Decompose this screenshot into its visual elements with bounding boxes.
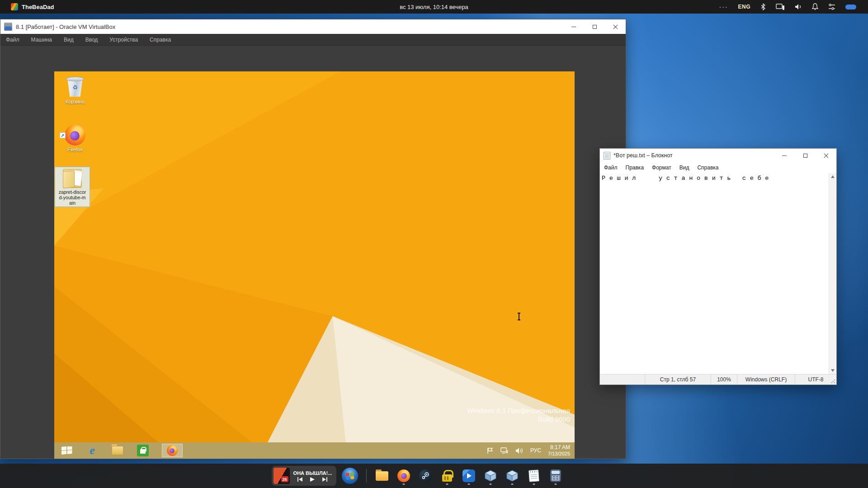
- next-track-icon[interactable]: [322, 477, 327, 482]
- more-icon[interactable]: ···: [719, 3, 728, 10]
- lock-icon: [442, 474, 452, 482]
- minimize-button[interactable]: [774, 149, 795, 162]
- running-indicator: [468, 483, 470, 485]
- guest-file-explorer-icon[interactable]: [111, 444, 124, 457]
- password-lock-button[interactable]: [438, 466, 456, 486]
- top-bar-clock[interactable]: вс 13 июля, 10:14 вечера: [289, 4, 579, 10]
- media-player-button[interactable]: [460, 466, 478, 486]
- windows-flag-icon: [346, 472, 354, 480]
- close-button[interactable]: [605, 19, 626, 34]
- menu-file[interactable]: Файл: [600, 164, 622, 171]
- cast-icon[interactable]: [776, 4, 785, 10]
- minimize-icon: [782, 155, 787, 156]
- notepad-button[interactable]: [525, 466, 543, 486]
- battery-icon[interactable]: [845, 5, 856, 9]
- close-icon: [824, 153, 829, 158]
- network-icon[interactable]: [500, 447, 509, 454]
- guest-wallpaper: ♻ Корзина ➚ Firefox zapret-d: [54, 71, 575, 442]
- menu-format[interactable]: Формат: [648, 164, 675, 171]
- zapret-folder-icon[interactable]: zapret-discor d-youtube-m ain: [55, 167, 90, 206]
- virtualbox-icon: [506, 469, 519, 482]
- running-indicator: [403, 483, 405, 485]
- guest-tray: РУС 8:17 AM 7/13/2025: [486, 444, 575, 457]
- quick-settings-icon[interactable]: [828, 4, 835, 10]
- media-player-icon: [462, 469, 475, 482]
- recycle-bin-icon[interactable]: ♻ Корзина: [59, 77, 91, 104]
- start-button[interactable]: [342, 468, 358, 484]
- guest-language-indicator[interactable]: РУС: [530, 447, 541, 454]
- encoding: UTF-8: [795, 375, 836, 385]
- maximize-icon: [803, 154, 807, 158]
- maximize-button[interactable]: [795, 149, 816, 162]
- media-control-widget[interactable]: 25 ОНА ВЫШЛА!...: [272, 466, 337, 486]
- taskbar-separator: [366, 469, 367, 483]
- notepad-icon: [528, 469, 539, 482]
- action-center-flag-icon[interactable]: [486, 447, 494, 454]
- firefox-shortcut-icon[interactable]: ➚ Firefox: [59, 125, 91, 152]
- virtualbox-title-bar[interactable]: 8.1 [Работает] - Oracle VM VirtualBox: [0, 19, 626, 34]
- close-button[interactable]: [816, 149, 836, 162]
- vm-os-icon: [4, 23, 12, 31]
- menu-input[interactable]: Ввод: [85, 37, 98, 43]
- menu-file[interactable]: Файл: [6, 37, 19, 43]
- running-indicator: [490, 483, 492, 485]
- top-bar-tray: ··· ENG: [579, 3, 868, 10]
- notepad-window: *Вот реш.txt – Блокнот Файл Правка Форма…: [599, 148, 837, 385]
- file-explorer-button[interactable]: [373, 466, 391, 486]
- running-indicator: [533, 483, 535, 485]
- running-indicator: [511, 483, 514, 485]
- maximize-button[interactable]: [584, 19, 605, 34]
- notepad-app-icon: [604, 152, 610, 160]
- menu-machine[interactable]: Машина: [31, 37, 52, 43]
- maximize-icon: [593, 25, 597, 29]
- guest-volume-icon[interactable]: [515, 447, 524, 454]
- close-icon: [613, 24, 618, 29]
- virtualbox-button[interactable]: [481, 466, 500, 486]
- mouse-ibeam-cursor: [519, 313, 519, 320]
- guest-screen[interactable]: ♻ Корзина ➚ Firefox zapret-d: [54, 71, 575, 459]
- bluetooth-icon[interactable]: [760, 3, 766, 10]
- bell-icon[interactable]: [812, 3, 818, 10]
- guest-start-button[interactable]: [61, 444, 73, 457]
- zoom-level: 100%: [711, 375, 737, 385]
- streamer-brand: TheBeaDad: [0, 3, 289, 10]
- guest-clock[interactable]: 8:17 AM 7/13/2025: [548, 444, 570, 457]
- previous-track-icon[interactable]: [297, 477, 303, 482]
- internet-explorer-icon[interactable]: e: [86, 444, 99, 457]
- notepad-title-bar[interactable]: *Вот реш.txt – Блокнот: [600, 149, 836, 162]
- scroll-up-icon[interactable]: [831, 175, 835, 178]
- minimize-button[interactable]: [563, 19, 584, 34]
- firefox-button[interactable]: [395, 466, 413, 486]
- guest-firefox-taskbar-button[interactable]: [162, 444, 183, 457]
- menu-help[interactable]: Справка: [693, 164, 722, 171]
- shortcut-arrow-icon: ➚: [60, 132, 66, 138]
- brand-logo-icon: [11, 3, 18, 10]
- language-indicator[interactable]: ENG: [738, 4, 750, 10]
- album-badge: 25: [281, 476, 288, 482]
- notepad-document-text: Р е ш и л у с т а н о в и т ь с е б е wi…: [602, 175, 827, 182]
- file-explorer-icon: [376, 471, 388, 481]
- running-indicator: [446, 483, 448, 485]
- menu-view[interactable]: Вид: [675, 164, 693, 171]
- menu-help[interactable]: Справка: [150, 37, 171, 43]
- running-indicator: [555, 483, 557, 485]
- virtualbox-2-button[interactable]: [503, 466, 521, 486]
- scroll-down-icon[interactable]: [831, 369, 835, 372]
- windows-store-icon[interactable]: [137, 444, 149, 457]
- steam-icon: [419, 469, 432, 482]
- menu-view[interactable]: Вид: [64, 37, 74, 43]
- menu-devices[interactable]: Устройства: [109, 37, 138, 43]
- firefox-glyph: [65, 125, 85, 145]
- resize-grip[interactable]: [831, 379, 835, 384]
- vertical-scrollbar[interactable]: [829, 173, 836, 374]
- virtualbox-menu-bar: Файл Машина Вид Ввод Устройства Справка: [0, 34, 626, 46]
- menu-edit[interactable]: Правка: [622, 164, 648, 171]
- album-art: 25: [274, 468, 290, 484]
- notepad-window-controls: [774, 149, 836, 162]
- calculator-button[interactable]: [547, 466, 565, 486]
- notepad-text-area[interactable]: Р е ш и л у с т а н о в и т ь с е б е wi…: [600, 173, 836, 374]
- play-icon[interactable]: [310, 477, 315, 482]
- steam-button[interactable]: [416, 466, 434, 486]
- track-title: ОНА ВЫШЛА!...: [293, 470, 332, 476]
- volume-icon[interactable]: [795, 4, 802, 10]
